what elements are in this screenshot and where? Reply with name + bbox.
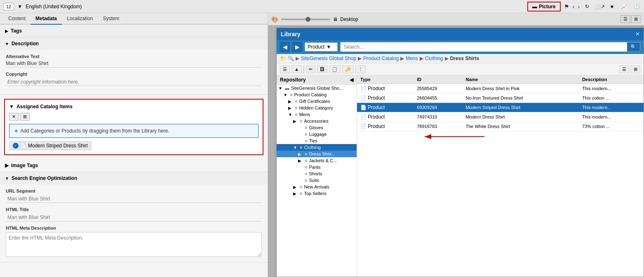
cell-type-1: 📄 Product xyxy=(357,93,414,103)
breadcrumb-item-0[interactable]: SiteGenesis Global Shop xyxy=(301,56,356,61)
html-meta-input[interactable] xyxy=(6,232,262,257)
col-type: Type xyxy=(357,75,414,84)
cell-id-1: 26604455 xyxy=(414,93,462,103)
cell-id-4: 78916783 xyxy=(414,122,462,131)
expand-icon-15[interactable]: ▶ xyxy=(293,185,298,189)
breadcrumb-bar: 📁 🔍 ▶ SiteGenesis Global Shop ▶ Product … xyxy=(277,54,644,63)
page-number[interactable]: 12 xyxy=(3,3,14,10)
tree-node-16[interactable]: ▶ ≡ Top Sellers xyxy=(277,190,357,197)
description-content: Alternative Text Man with Blue Shirt Cop… xyxy=(0,50,268,94)
expand-icon-11[interactable]: ▶ xyxy=(298,158,303,163)
export-icon[interactable]: ⬜↗ xyxy=(595,2,604,11)
expand-icon-6 xyxy=(298,126,303,130)
lib-edit-btn[interactable]: ✏ xyxy=(306,65,315,73)
zoom-slider[interactable] xyxy=(281,19,330,20)
drop-zone[interactable]: + Add Categories or Products by dragging… xyxy=(9,124,259,138)
copyright-input[interactable] xyxy=(6,78,262,86)
file-row-1[interactable]: 📄 Product 26604455 No-Iron Textured Dres… xyxy=(357,93,644,103)
expand-icon-2[interactable]: ▶ xyxy=(288,99,293,104)
breadcrumb-item-2[interactable]: Mens xyxy=(406,56,418,61)
breadcrumb-item-1[interactable]: Product Catalog xyxy=(363,56,399,61)
image-tags-header[interactable]: ▶ Image Tags xyxy=(0,159,268,172)
tags-header[interactable]: ▶ Tags xyxy=(0,25,268,37)
expand-icon-16[interactable]: ▶ xyxy=(293,191,298,196)
description-header[interactable]: ▼ Description xyxy=(0,37,268,50)
star-icon[interactable]: ★ xyxy=(608,2,616,11)
expand-icon-0[interactable]: ▼ xyxy=(278,86,283,91)
tree-node-1[interactable]: ▼ ≡ Product Catalog xyxy=(277,91,357,98)
tag-icon2: 📄 xyxy=(20,143,26,149)
tab-system[interactable]: System xyxy=(98,13,124,25)
breadcrumb-item-3[interactable]: Clothing xyxy=(425,56,443,61)
grid-view-btn[interactable]: ⊞ xyxy=(631,15,641,23)
flag-icon[interactable]: ⚑ xyxy=(564,3,569,10)
palette-icon: 🎨 xyxy=(271,16,278,23)
expand-icon-5[interactable]: ▶ xyxy=(293,119,298,123)
file-row-0[interactable]: 📄 Product 25585429 Modern Dress Shirt in… xyxy=(357,84,644,93)
expand-icon-9[interactable]: ▼ xyxy=(293,145,298,150)
lib-grid-view[interactable]: ⊞ xyxy=(631,65,640,73)
library-close-btn[interactable]: × xyxy=(636,30,639,38)
lib-back-btn[interactable]: ◀ xyxy=(280,42,290,52)
file-row-3[interactable]: 📄 Product 74974310 Modern Dress Shirt Th… xyxy=(357,112,644,122)
expand-icon-1[interactable]: ▼ xyxy=(283,93,288,97)
tree-node-2[interactable]: ▶ ≡ Gift Certificates xyxy=(277,98,357,105)
seo-header[interactable]: ▼ Search Engine Optimization xyxy=(0,172,268,184)
top-bar-left: 12 ▼ English (United Kingdom) ▬ Picture … xyxy=(3,2,580,12)
lib-dropdown[interactable]: Product ▼ xyxy=(305,42,338,51)
tree-node-5[interactable]: ▶ ≡ Accessories xyxy=(277,118,357,124)
lib-more-btn[interactable]: ⋮ xyxy=(355,65,366,73)
back-icon[interactable]: ‹ xyxy=(573,3,575,10)
search-icon-small[interactable]: 🔍 xyxy=(288,56,294,61)
file-row-2[interactable]: 📄 Product 69309284 Modern Striped Dress … xyxy=(357,103,644,112)
tree-node-3[interactable]: ▶ ≡ Hidden Category xyxy=(277,105,357,111)
tree-node-12[interactable]: ≡ Pants xyxy=(277,164,357,170)
lib-image-btn[interactable]: 🖼 xyxy=(317,65,327,73)
list-icon-6: ≡ xyxy=(305,125,307,130)
html-title-input[interactable] xyxy=(6,214,262,221)
lib-view-btn[interactable]: ☰ xyxy=(280,65,290,73)
store-icon-0: ▬ xyxy=(285,86,289,91)
cell-desc-3: This modern... xyxy=(579,112,644,122)
tree-node-11[interactable]: ▶ ≡ Jackets & C... xyxy=(277,157,357,164)
tab-metadata[interactable]: Metadata xyxy=(31,13,62,25)
tree-node-7[interactable]: ≡ Luggage xyxy=(277,131,357,137)
tree-node-4[interactable]: ▼ ≡ Mens xyxy=(277,111,357,118)
picture-button[interactable]: ▬ Picture xyxy=(527,2,561,12)
tree-node-0[interactable]: ▼ ▬ SiteGenesis Global Sho... xyxy=(277,85,357,91)
repo-collapse-btn[interactable]: ◀ xyxy=(350,77,353,83)
lib-search-input[interactable] xyxy=(341,42,627,51)
refresh-icon[interactable]: ↻ xyxy=(583,2,591,11)
breadcrumb-item-4[interactable]: Dress Shirts xyxy=(450,56,479,61)
expand-icon-4[interactable]: ▼ xyxy=(288,112,293,117)
catalog-move-btn[interactable]: ⊞ xyxy=(20,113,30,121)
url-segment-input[interactable] xyxy=(6,195,262,203)
tree-node-6[interactable]: ≡ Gloves xyxy=(277,124,357,131)
catalog-remove-btn[interactable]: ✕ xyxy=(9,113,19,121)
lib-list-view[interactable]: ☰ xyxy=(619,65,629,73)
lib-key-btn[interactable]: 🔑 xyxy=(342,65,354,73)
tree-node-9[interactable]: ▼ ≡ Clothing xyxy=(277,144,357,151)
lib-copy-btn[interactable]: 📋 xyxy=(329,65,341,73)
lib-upload-btn[interactable]: ▲ xyxy=(291,65,302,73)
file-row-4[interactable]: 📄 Product 78916783 The White Dress Shirt… xyxy=(357,122,644,131)
lib-forward-btn[interactable]: ▶ xyxy=(292,42,302,52)
tree-node-10[interactable]: ▶ ≡ Dress Shirt... xyxy=(277,151,357,157)
file-table: Type ID Name Description 📄 Product xyxy=(357,75,644,131)
tab-content[interactable]: Content xyxy=(3,13,31,25)
expand-icon-3[interactable]: ▶ xyxy=(288,106,293,110)
list-view-btn[interactable]: ☰ xyxy=(620,15,630,23)
lib-search-button[interactable]: 🔍 xyxy=(627,42,640,51)
tree-node-15[interactable]: ▶ ≡ New Arrivals xyxy=(277,184,357,190)
clock-icon[interactable]: 🕐 xyxy=(632,2,641,11)
tree-label-16: Top Sellers xyxy=(304,191,326,196)
dropdown-arrow[interactable]: ▼ xyxy=(17,4,22,9)
expand-icon-10[interactable]: ▶ xyxy=(298,152,303,156)
seo-content: URL Segment HTML Title HTML Meta Descrip… xyxy=(0,184,268,262)
tree-node-13[interactable]: ≡ Shorts xyxy=(277,170,357,177)
chart-icon[interactable]: 📈 xyxy=(620,2,628,11)
tree-node-14[interactable]: ≡ Suits xyxy=(277,177,357,184)
tree-node-8[interactable]: ≡ Ties xyxy=(277,137,357,144)
forward-icon[interactable]: › xyxy=(578,3,580,10)
tab-localization[interactable]: Localization xyxy=(62,13,98,25)
